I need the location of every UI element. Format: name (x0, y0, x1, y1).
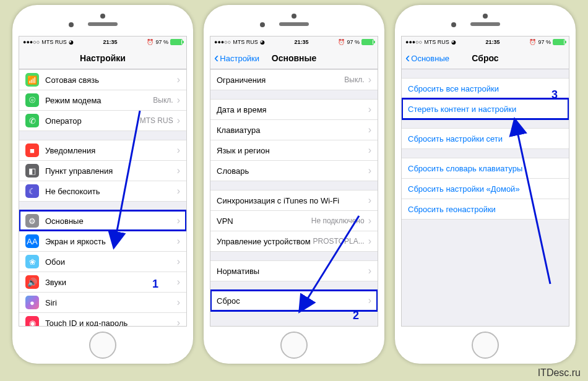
row-reset-home[interactable]: Сбросить настройки «Домой» (402, 178, 569, 199)
label-language: Язык и регион (217, 146, 368, 155)
chevron-right-icon: › (177, 95, 180, 106)
row-control-center[interactable]: ◧ Пункт управления › (19, 160, 186, 181)
row-notifications[interactable]: ■ Уведомления › (19, 140, 186, 160)
row-dictionary[interactable]: Словарь › (210, 160, 378, 181)
row-display[interactable]: AA Экран и яркость › (19, 231, 186, 251)
hotspot-icon: ⦾ (25, 93, 39, 107)
chevron-right-icon: › (368, 74, 371, 85)
label-reset-location: Сбросить геонастройки (408, 205, 563, 214)
moon-icon: ☾ (25, 184, 39, 198)
home-button[interactable] (472, 332, 499, 359)
phone-3: ●●●○○MTS RUS◕ 21:35 ⏰97 % Основные Сброс… (395, 5, 576, 364)
label-reset: Сброс (217, 296, 368, 306)
label-touchid: Touch ID и код-пароль (45, 319, 177, 327)
row-touchid[interactable]: ◉ Touch ID и код-пароль › (19, 312, 186, 326)
row-sounds[interactable]: 🔊 Звуки › (19, 272, 186, 292)
chevron-right-icon: › (177, 297, 180, 308)
row-reset-network[interactable]: Сбросить настройки сети (402, 128, 569, 149)
notifications-icon: ■ (25, 143, 39, 157)
back-button[interactable]: Основные (402, 54, 449, 63)
status-bar: ●●●○○MTS RUS◕ 21:35 ⏰97 % (210, 36, 378, 48)
chevron-right-icon: › (177, 186, 180, 197)
label-dictionary: Словарь (217, 166, 368, 176)
label-control-center: Пункт управления (45, 166, 177, 176)
label-device-mgmt: Управление устройством (217, 237, 313, 246)
sounds-icon: 🔊 (25, 275, 39, 289)
value-vpn: Не подключено (311, 216, 365, 225)
chevron-right-icon: › (177, 276, 180, 288)
row-date-time[interactable]: Дата и время › (210, 99, 378, 119)
chevron-right-icon: › (368, 165, 371, 176)
chevron-right-icon: › (177, 165, 180, 176)
chevron-right-icon: › (177, 236, 180, 247)
row-regulatory[interactable]: Нормативы › (210, 260, 378, 281)
touchid-icon: ◉ (25, 316, 39, 326)
gear-icon: ⚙ (25, 214, 39, 228)
chevron-right-icon: › (177, 145, 180, 156)
row-reset-keyboard[interactable]: Сбросить словарь клавиатуры (402, 158, 569, 178)
chevron-right-icon: › (368, 124, 371, 135)
label-keyboard: Клавиатура (217, 126, 368, 135)
row-keyboard[interactable]: Клавиатура › (210, 119, 378, 140)
row-reset[interactable]: Сброс › (210, 290, 378, 311)
chevron-right-icon: › (368, 145, 371, 156)
label-date-time: Дата и время (217, 105, 368, 114)
chevron-right-icon: › (177, 115, 180, 126)
value-restrictions: Выкл. (344, 75, 364, 84)
chevron-right-icon: › (368, 265, 371, 276)
row-language[interactable]: Язык и регион › (210, 140, 378, 160)
chevron-right-icon: › (368, 195, 371, 206)
label-siri: Siri (45, 298, 177, 307)
label-vpn: VPN (217, 216, 311, 226)
label-reset-network: Сбросить настройки сети (408, 134, 563, 143)
row-siri[interactable]: ● Siri › (19, 292, 186, 312)
back-button[interactable]: Настройки (210, 54, 259, 63)
row-carrier[interactable]: ✆ Оператор MTS RUS › (19, 110, 186, 131)
home-button[interactable] (89, 332, 116, 359)
row-cellular[interactable]: 📶 Сотовая связь › (19, 69, 186, 90)
label-wallpaper: Обои (45, 257, 177, 267)
row-vpn[interactable]: VPN Не подключено › (210, 210, 378, 231)
row-general[interactable]: ⚙ Основные › (19, 210, 186, 231)
nav-bar: Настройки (19, 48, 186, 69)
label-erase-all: Стереть контент и настройки (408, 105, 563, 114)
siri-icon: ● (25, 296, 39, 309)
chevron-right-icon: › (177, 256, 180, 267)
home-button[interactable] (280, 332, 308, 359)
phone-2: ●●●○○MTS RUS◕ 21:35 ⏰97 % Настройки Осно… (204, 5, 384, 364)
row-reset-all[interactable]: Сбросить все настройки (402, 78, 569, 98)
row-hotspot[interactable]: ⦾ Режим модема Выкл. › (19, 90, 186, 110)
wallpaper-icon: ❀ (25, 255, 39, 268)
label-carrier: Оператор (45, 116, 140, 126)
label-notifications: Уведомления (45, 146, 177, 155)
label-display: Экран и яркость (45, 237, 177, 246)
page-title: Настройки (19, 53, 186, 63)
label-reset-home: Сбросить настройки «Домой» (408, 184, 563, 194)
row-wallpaper[interactable]: ❀ Обои › (19, 251, 186, 272)
label-general: Основные (45, 216, 177, 226)
carrier-icon: ✆ (25, 114, 39, 127)
nav-bar: Основные Сброс (402, 48, 569, 69)
label-reset-all: Сбросить все настройки (408, 84, 563, 93)
row-itunes-wifi[interactable]: Синхронизация с iTunes по Wi-Fi › (210, 190, 378, 210)
row-device-mgmt[interactable]: Управление устройством PROSTOPLA... › (210, 231, 378, 252)
value-hotspot: Выкл. (153, 96, 173, 105)
row-dnd[interactable]: ☾ Не беспокоить › (19, 181, 186, 202)
status-bar: ●●●○○MTS RUS◕ 21:35 ⏰97 % (19, 36, 186, 48)
label-reset-keyboard: Сбросить словарь клавиатуры (408, 164, 563, 173)
chevron-right-icon: › (368, 236, 371, 247)
chevron-right-icon: › (368, 295, 371, 306)
label-restrictions: Ограничения (217, 75, 344, 85)
row-restrictions[interactable]: Ограничения Выкл. › (210, 69, 378, 90)
label-sounds: Звуки (45, 278, 177, 287)
phone-1: ●●●○○MTS RUS◕ 21:35 ⏰97 % Настройки 📶 Со… (12, 5, 193, 364)
chevron-right-icon: › (177, 74, 180, 85)
label-dnd: Не беспокоить (45, 187, 177, 196)
label-hotspot: Режим модема (45, 96, 153, 105)
display-icon: AA (25, 234, 39, 248)
row-erase-all[interactable]: Стереть контент и настройки (402, 98, 569, 119)
row-reset-location[interactable]: Сбросить геонастройки (402, 199, 569, 220)
chevron-right-icon: › (177, 215, 180, 226)
value-carrier: MTS RUS (140, 116, 173, 125)
value-device-mgmt: PROSTOPLA... (313, 237, 365, 246)
